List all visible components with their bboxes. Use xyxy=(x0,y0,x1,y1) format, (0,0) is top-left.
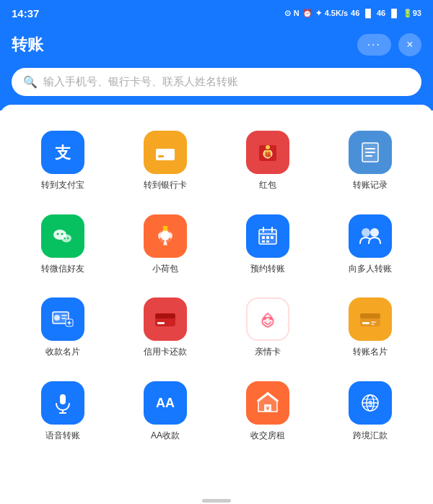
svg-rect-48 xyxy=(360,313,380,318)
bank-label: 转到银行卡 xyxy=(144,180,187,191)
svg-rect-29 xyxy=(271,236,274,239)
eye-icon: ⊙ xyxy=(284,9,291,18)
svg-text:¥: ¥ xyxy=(266,405,270,412)
grid-item-voice[interactable]: 语音转账 xyxy=(12,373,114,451)
multi-icon xyxy=(349,214,392,258)
search-bar[interactable]: 🔍 输入手机号、银行卡号、联系人姓名转账 xyxy=(12,68,421,96)
grid-item-schedule[interactable]: 预约转账 xyxy=(216,206,319,284)
transfer-card-label: 转账名片 xyxy=(353,347,388,358)
lotus-label: 小荷包 xyxy=(152,264,178,275)
svg-point-8 xyxy=(266,145,270,149)
redpacket-icon: 福 xyxy=(246,131,289,174)
alipay-label: 转到支付宝 xyxy=(41,180,84,191)
grid-item-overseas[interactable]: $ 跨境汇款 xyxy=(319,373,421,451)
svg-point-16 xyxy=(57,233,59,235)
svg-rect-43 xyxy=(155,313,175,318)
bank-icon xyxy=(144,131,187,174)
svg-rect-31 xyxy=(266,240,269,243)
svg-rect-30 xyxy=(262,240,265,243)
transfer-card-icon xyxy=(349,297,392,341)
credit-label: 信用卡还款 xyxy=(144,347,187,358)
svg-rect-44 xyxy=(157,322,165,324)
grid-item-card-receive[interactable]: 收款名片 xyxy=(12,289,114,367)
schedule-label: 预约转账 xyxy=(250,264,285,275)
grid: 支 转到支付宝 转到银行卡 福 xyxy=(12,122,421,450)
svg-point-15 xyxy=(61,234,71,242)
svg-point-19 xyxy=(67,237,69,238)
grid-item-family[interactable]: 亲情卡 xyxy=(216,289,319,367)
record-label: 转账记录 xyxy=(353,180,388,191)
card-receive-label: 收款名片 xyxy=(45,347,80,358)
svg-text:$: $ xyxy=(368,400,372,408)
voice-label: 语音转账 xyxy=(45,430,80,442)
signal-46-2-icon: 46 xyxy=(377,9,385,17)
family-icon xyxy=(246,297,289,341)
family-label: 亲情卡 xyxy=(255,347,281,358)
svg-point-45 xyxy=(263,317,266,320)
wechat-label: 转微信好友 xyxy=(41,264,84,275)
main-content: 支 转到支付宝 转到银行卡 福 xyxy=(0,105,433,490)
speed-indicator: 4.5K/s xyxy=(325,9,348,17)
credit-icon xyxy=(144,297,187,341)
status-bar: 14:37 ⊙ N ⏰ ✦ 4.5K/s 46 ▐▌ 46 ▐▌ 🔋93 xyxy=(0,0,433,26)
svg-point-36 xyxy=(54,315,60,321)
rent-icon: ¥ xyxy=(246,381,289,425)
grid-item-wechat[interactable]: 转微信好友 xyxy=(12,206,114,284)
grid-item-aa[interactable]: AA AA收款 xyxy=(114,373,216,451)
search-icon: 🔍 xyxy=(23,75,38,89)
status-time: 14:37 xyxy=(12,7,39,19)
signal-46-icon: 46 xyxy=(351,9,359,17)
card-receive-icon xyxy=(41,297,84,341)
svg-rect-27 xyxy=(262,236,265,239)
svg-point-17 xyxy=(61,233,64,235)
alarm-icon: ⏰ xyxy=(302,9,312,18)
alipay-icon: 支 xyxy=(41,131,84,174)
voice-icon xyxy=(41,381,84,425)
svg-point-46 xyxy=(269,317,272,320)
svg-text:AA: AA xyxy=(156,396,175,410)
svg-point-33 xyxy=(370,228,379,237)
svg-text:福: 福 xyxy=(264,151,271,158)
grid-item-record[interactable]: 转账记录 xyxy=(319,122,421,200)
more-button[interactable]: ··· xyxy=(357,34,391,56)
grid-item-redpacket[interactable]: 福 红包 xyxy=(216,122,319,200)
overseas-icon: $ xyxy=(349,381,392,425)
close-button[interactable]: × xyxy=(398,33,421,56)
header-actions: ··· × xyxy=(357,33,421,56)
grid-item-bank[interactable]: 转到银行卡 xyxy=(114,122,216,200)
battery-icon: 🔋93 xyxy=(403,9,421,18)
nfc-icon: N xyxy=(294,9,299,17)
overseas-label: 跨境汇款 xyxy=(353,430,388,442)
svg-rect-49 xyxy=(362,322,369,324)
grid-item-alipay[interactable]: 支 转到支付宝 xyxy=(12,122,114,200)
grid-item-multi[interactable]: 向多人转账 xyxy=(319,206,421,284)
svg-rect-52 xyxy=(60,394,66,404)
svg-point-18 xyxy=(64,237,65,238)
search-placeholder: 输入手机号、银行卡号、联系人姓名转账 xyxy=(43,75,238,89)
schedule-icon xyxy=(246,214,289,258)
grid-item-rent[interactable]: ¥ 收交房租 xyxy=(216,373,319,451)
signal-bar2: ▐▌ xyxy=(388,9,400,17)
bottom-indicator xyxy=(202,499,231,503)
svg-rect-2 xyxy=(156,149,175,153)
grid-item-lotus[interactable]: 小荷包 xyxy=(114,206,216,284)
page-title: 转账 xyxy=(12,34,43,56)
svg-rect-28 xyxy=(266,236,269,239)
bottom-bar xyxy=(0,490,433,504)
wechat-icon xyxy=(41,214,84,258)
redpacket-label: 红包 xyxy=(259,180,276,191)
rent-label: 收交房租 xyxy=(250,430,285,442)
svg-point-21 xyxy=(163,227,167,231)
grid-item-credit[interactable]: 信用卡还款 xyxy=(114,289,216,367)
svg-text:支: 支 xyxy=(54,144,71,162)
record-icon xyxy=(349,131,392,174)
multi-label: 向多人转账 xyxy=(349,264,392,275)
svg-rect-3 xyxy=(158,155,164,157)
grid-item-transfer-card[interactable]: 转账名片 xyxy=(319,289,421,367)
svg-point-32 xyxy=(362,228,370,237)
aa-label: AA收款 xyxy=(151,430,180,442)
bluetooth-icon: ✦ xyxy=(315,9,322,18)
lotus-icon xyxy=(144,214,187,258)
signal-bar1: ▐▌ xyxy=(362,9,374,17)
status-icons: ⊙ N ⏰ ✦ 4.5K/s 46 ▐▌ 46 ▐▌ 🔋93 xyxy=(284,9,421,18)
